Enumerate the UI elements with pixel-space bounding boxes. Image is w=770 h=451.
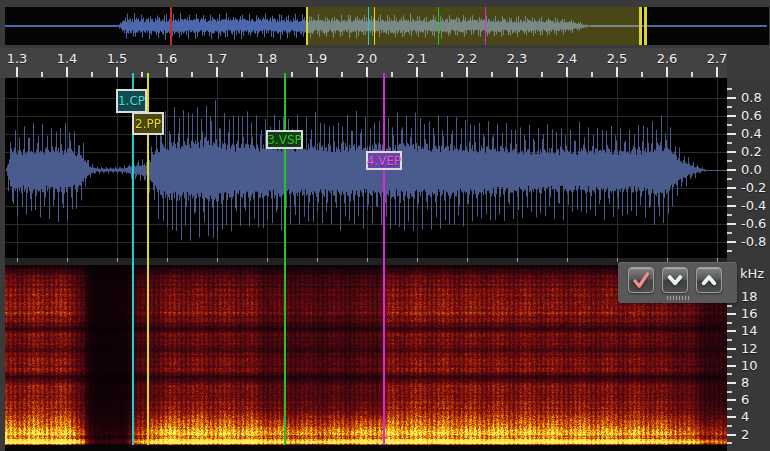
separator-tick — [167, 258, 168, 262]
scroll-up-button[interactable] — [696, 267, 722, 293]
ruler-tick-major — [416, 67, 418, 77]
frequency-tick-minor — [727, 356, 732, 358]
overview-selection-region[interactable] — [306, 7, 641, 45]
audio-analysis-window: 1.31.41.51.61.71.81.92.02.12.22.32.42.52… — [0, 0, 770, 451]
ruler-time-label: 1.7 — [200, 51, 234, 66]
frequency-tick-major — [727, 348, 736, 350]
playback-cursor-line[interactable] — [170, 7, 172, 45]
ruler-time-label: 2.1 — [400, 51, 434, 66]
frequency-tick-label: 18 — [741, 288, 769, 306]
amplitude-tick-minor — [727, 142, 732, 144]
ruler-tick-minor — [491, 72, 493, 77]
ruler-tick-major — [16, 67, 18, 77]
frequency-tick-minor — [727, 373, 732, 375]
frequency-tick-major — [727, 399, 736, 401]
frequency-tick-major — [727, 416, 736, 418]
amplitude-tick-minor — [727, 106, 732, 108]
amplitude-tick-label: 0.6 — [741, 107, 769, 125]
marker-label-4-vep[interactable]: 4.VEP — [366, 151, 402, 170]
amplitude-tick-label: 0.2 — [741, 143, 769, 161]
ruler-tick-minor — [191, 72, 193, 77]
frequency-tick-minor — [727, 442, 732, 444]
separator-tick — [67, 258, 68, 262]
frequency-tick-label: 12 — [741, 340, 769, 358]
ruler-time-label: 2.7 — [700, 51, 734, 66]
ruler-tick-minor — [291, 72, 293, 77]
frequency-tick-minor — [727, 425, 732, 427]
ruler-tick-minor — [241, 72, 243, 77]
amplitude-tick-major — [727, 133, 736, 135]
separator-tick — [267, 258, 268, 262]
ruler-tick-major — [466, 67, 468, 77]
ruler-time-label: 1.8 — [250, 51, 284, 66]
frequency-tick-label: 4 — [741, 408, 769, 426]
frequency-tick-major — [727, 365, 736, 367]
frequency-tick-major — [727, 330, 736, 332]
amplitude-tick-minor — [727, 88, 732, 90]
overview-strip[interactable] — [5, 7, 769, 45]
amplitude-tick-label: -0.2 — [741, 179, 769, 197]
toolbar-drag-handle[interactable] — [666, 296, 690, 300]
spectrogram-toolbar — [618, 262, 737, 303]
separator-tick — [367, 258, 368, 262]
frequency-tick-minor — [727, 339, 732, 341]
ruler-tick-major — [716, 67, 718, 77]
ruler-tick-major — [216, 67, 218, 77]
amplitude-tick-minor — [727, 160, 732, 162]
time-ruler[interactable]: 1.31.41.51.61.71.81.92.02.12.22.32.42.52… — [0, 48, 727, 78]
marker-label-2-pp[interactable]: 2.PP — [132, 112, 164, 135]
frequency-tick-minor — [727, 322, 732, 324]
ruler-tick-minor — [141, 72, 143, 77]
amplitude-tick-label: 0.0 — [741, 161, 769, 179]
ruler-tick-minor — [641, 72, 643, 77]
amplitude-tick-major — [727, 97, 736, 99]
frequency-tick-minor — [727, 305, 732, 307]
ruler-tick-major — [666, 67, 668, 77]
amplitude-tick-major — [727, 241, 736, 243]
scroll-down-button[interactable] — [662, 267, 688, 293]
ruler-tick-minor — [691, 72, 693, 77]
marker-label-3-vsp[interactable]: 3.VSP — [266, 130, 303, 149]
overview-marker-line-cp — [368, 7, 369, 45]
frequency-tick-label: 8 — [741, 374, 769, 392]
amplitude-tick-major — [727, 205, 736, 207]
ruler-time-label: 1.5 — [100, 51, 134, 66]
ruler-time-label: 2.6 — [650, 51, 684, 66]
separator-tick — [317, 258, 318, 262]
overview-marker-line-vep — [485, 7, 486, 45]
frequency-tick-label: 2 — [741, 426, 769, 444]
amplitude-tick-major — [727, 223, 736, 225]
amplitude-tick-label: -0.8 — [741, 233, 769, 251]
amplitude-tick-minor — [727, 214, 732, 216]
selection-end-handle[interactable] — [644, 7, 647, 45]
ruler-tick-major — [566, 67, 568, 77]
ruler-tick-minor — [591, 72, 593, 77]
marker-line-4-vep[interactable] — [383, 78, 385, 445]
ruler-time-label: 1.6 — [150, 51, 184, 66]
separator-tick — [117, 258, 118, 262]
ruler-time-label: 2.0 — [350, 51, 384, 66]
separator-tick — [417, 258, 418, 262]
ruler-time-label: 2.5 — [600, 51, 634, 66]
frequency-tick-label: 16 — [741, 305, 769, 323]
ruler-time-label: 2.3 — [500, 51, 534, 66]
frequency-tick-major — [727, 313, 736, 315]
amplitude-tick-major — [727, 169, 736, 171]
amplitude-tick-label: -0.6 — [741, 215, 769, 233]
separator-tick — [567, 258, 568, 262]
ruler-tick-minor — [91, 72, 93, 77]
frequency-tick-major — [727, 434, 736, 436]
ruler-tick-major — [116, 67, 118, 77]
ruler-tick-minor — [541, 72, 543, 77]
selection-end-handle[interactable] — [639, 7, 642, 45]
frequency-unit-label: kHz — [740, 266, 764, 281]
amplitude-tick-label: 0.4 — [741, 125, 769, 143]
chevron-up-icon — [699, 270, 719, 290]
confirm-button[interactable] — [628, 267, 654, 293]
amplitude-tick-major — [727, 151, 736, 153]
separator-tick — [217, 258, 218, 262]
marker-label-1-cp[interactable]: 1.CP — [116, 89, 147, 113]
amplitude-tick-minor — [727, 250, 732, 252]
overview-marker-line-vsp — [438, 7, 439, 45]
overview-marker-line-pp — [374, 7, 375, 45]
